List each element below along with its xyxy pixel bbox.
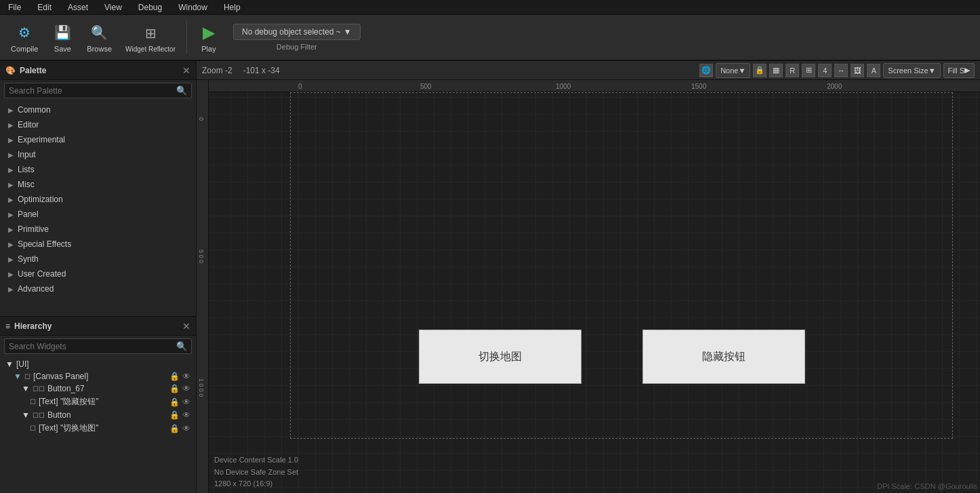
palette-arrow-special-effects: ▶: [8, 241, 14, 248]
hierarchy-title-text: Hierarchy: [14, 321, 52, 331]
ruler-h-1000: 1000: [556, 83, 571, 90]
tree-box-button: ☐☐: [33, 412, 45, 419]
tree-actions-text-hide: 🔒 👁: [169, 397, 190, 407]
tree-icon-canvas: ▼: [14, 372, 22, 381]
browse-button[interactable]: 🔍 Browse: [81, 18, 117, 57]
palette-item-lists[interactable]: ▶ Lists: [0, 162, 196, 177]
palette-item-experimental[interactable]: ▶ Experimental: [0, 132, 196, 147]
palette-item-optimization[interactable]: ▶ Optimization: [0, 192, 196, 207]
debug-filter-button[interactable]: No debug object selected ~ ▼: [233, 24, 361, 40]
canvas-tools: 🌐 None ▼ 🔒 ▦ R ⊞ 4 ↔ 🖼 A Screen Size ▼: [699, 63, 975, 78]
palette-item-common[interactable]: ▶ Common: [0, 102, 196, 117]
tree-eye-text-hide[interactable]: 👁: [182, 397, 190, 407]
hierarchy-search-input[interactable]: [9, 342, 176, 351]
debug-filter-label: Debug Filter: [277, 43, 317, 51]
tree-label-text-hide: [Text] "隐藏按钮": [39, 396, 99, 408]
palette-item-synth[interactable]: ▶ Synth: [0, 252, 196, 267]
compile-label: Compile: [11, 45, 38, 53]
palette-close-button[interactable]: ✕: [182, 65, 190, 76]
hierarchy-title: ≡ Hierarchy: [5, 321, 52, 331]
number-icon-button[interactable]: 4: [818, 64, 832, 77]
canvas-button-switch-map[interactable]: 切换地图: [419, 330, 581, 384]
menu-file[interactable]: File: [5, 1, 24, 14]
ruler-h-500: 500: [420, 83, 432, 90]
palette-search-input[interactable]: [9, 86, 176, 96]
tree-item-text-switch[interactable]: ☐ [Text] "切换地图" 🔒 👁: [0, 421, 196, 435]
play-button[interactable]: ▶ Play: [192, 18, 225, 57]
tree-eye-button[interactable]: 👁: [182, 410, 190, 420]
palette-arrow-primitive: ▶: [8, 226, 14, 233]
tree-actions-text-switch: 🔒 👁: [169, 424, 190, 433]
palette-item-special-effects[interactable]: ▶ Special Effects: [0, 237, 196, 252]
tree-eye-canvas[interactable]: 👁: [182, 372, 190, 381]
menu-bar: File Edit Asset View Debug Window Help: [0, 0, 980, 15]
tree-lock-canvas[interactable]: 🔒: [169, 372, 180, 381]
grid-icon-button[interactable]: ⊞: [802, 64, 815, 77]
menu-window[interactable]: Window: [176, 1, 210, 14]
button-hide-text: 隐藏按钮: [702, 350, 746, 364]
palette-label-editor: Editor: [18, 120, 39, 130]
tree-eye-button67[interactable]: 👁: [182, 384, 190, 393]
screen-size-arrow: ▼: [928, 66, 936, 75]
tree-lock-text-switch[interactable]: 🔒: [169, 424, 180, 433]
palette-item-input[interactable]: ▶ Input: [0, 147, 196, 162]
tree-label-text-switch: [Text] "切换地图": [39, 422, 99, 434]
palette-item-editor[interactable]: ▶ Editor: [0, 117, 196, 132]
play-label: Play: [201, 45, 216, 53]
text-icon-button[interactable]: A: [867, 64, 880, 77]
palette-item-primitive[interactable]: ▶ Primitive: [0, 222, 196, 237]
image-icon-button[interactable]: 🖼: [851, 64, 864, 77]
toolbar-separator-1: [186, 20, 187, 54]
tree-label-button: Button: [47, 410, 71, 420]
hierarchy-close-button[interactable]: ✕: [182, 321, 190, 332]
tree-item-button[interactable]: ▼ ☐☐ Button 🔒 👁: [0, 409, 196, 421]
save-label: Save: [54, 45, 71, 53]
save-button[interactable]: 💾 Save: [46, 18, 79, 57]
canvas-viewport[interactable]: 0 500 1000 1500 2000 0 5 0 0 1 0 0 0 切换地…: [197, 80, 980, 493]
compile-button[interactable]: ⚙ Compile: [5, 18, 43, 57]
canvas-button-hide[interactable]: 隐藏按钮: [642, 330, 805, 384]
fill-dropdown[interactable]: Fill S ▶: [943, 63, 975, 78]
palette-item-advanced[interactable]: ▶ Advanced: [0, 281, 196, 296]
none-dropdown-button[interactable]: None ▼: [716, 63, 750, 78]
browse-icon: 🔍: [89, 22, 110, 43]
play-icon: ▶: [198, 22, 220, 43]
tree-item-button67[interactable]: ▼ ☐☐ Button_67 🔒 👁: [0, 382, 196, 395]
status-line-2: No Device Safe Zone Set: [214, 467, 975, 479]
tree-item-text-hide[interactable]: ☐ [Text] "隐藏按钮" 🔒 👁: [0, 395, 196, 409]
tree-eye-text-switch[interactable]: 👁: [182, 424, 190, 433]
tree-lock-button67[interactable]: 🔒: [169, 384, 180, 393]
ruler-h-0: 0: [298, 83, 302, 90]
debug-filter-arrow: ▼: [344, 27, 352, 37]
tree-actions-canvas: 🔒 👁: [169, 372, 190, 381]
fill-arrow: ▶: [964, 66, 970, 75]
tree-expand-button: ▼: [22, 410, 30, 420]
palette-item-misc[interactable]: ▶ Misc: [0, 177, 196, 192]
layers-icon-button[interactable]: ▦: [769, 64, 783, 77]
menu-asset[interactable]: Asset: [65, 1, 91, 14]
tree-box-text-hide: ☐: [30, 398, 36, 406]
widget-reflector-button[interactable]: ⊞ Widget Reflector: [120, 18, 181, 57]
ruler-v-500: 5 0 0: [198, 250, 205, 263]
lock-icon-button[interactable]: 🔒: [753, 64, 767, 77]
tree-lock-button[interactable]: 🔒: [169, 410, 180, 420]
menu-edit[interactable]: Edit: [35, 1, 54, 14]
ruler-left: 0 5 0 0 1 0 0 0: [197, 80, 209, 493]
menu-debug[interactable]: Debug: [136, 1, 165, 14]
palette-label-user-created: User Created: [18, 269, 66, 279]
screen-size-dropdown[interactable]: Screen Size ▼: [883, 63, 940, 78]
palette-label-common: Common: [18, 105, 51, 115]
tree-item-ui[interactable]: ▼ [UI]: [0, 358, 196, 370]
palette-item-user-created[interactable]: ▶ User Created: [0, 267, 196, 281]
globe-icon-button[interactable]: 🌐: [699, 64, 713, 77]
palette-item-panel[interactable]: ▶ Panel: [0, 207, 196, 222]
palette-section: 🎨 Palette ✕ 🔍 ▶ Common ▶ Editor: [0, 61, 196, 317]
menu-help[interactable]: Help: [221, 1, 243, 14]
tree-item-canvas-panel[interactable]: ▼ ☐ [Canvas Panel] 🔒 👁: [0, 370, 196, 382]
resize-icon-button[interactable]: ↔: [834, 64, 848, 77]
tree-label-button67: Button_67: [47, 384, 85, 393]
menu-view[interactable]: View: [102, 1, 125, 14]
ruler-v-1000: 1 0 0 0: [198, 378, 205, 397]
r-icon-button[interactable]: R: [785, 64, 799, 77]
tree-lock-text-hide[interactable]: 🔒: [169, 397, 180, 407]
